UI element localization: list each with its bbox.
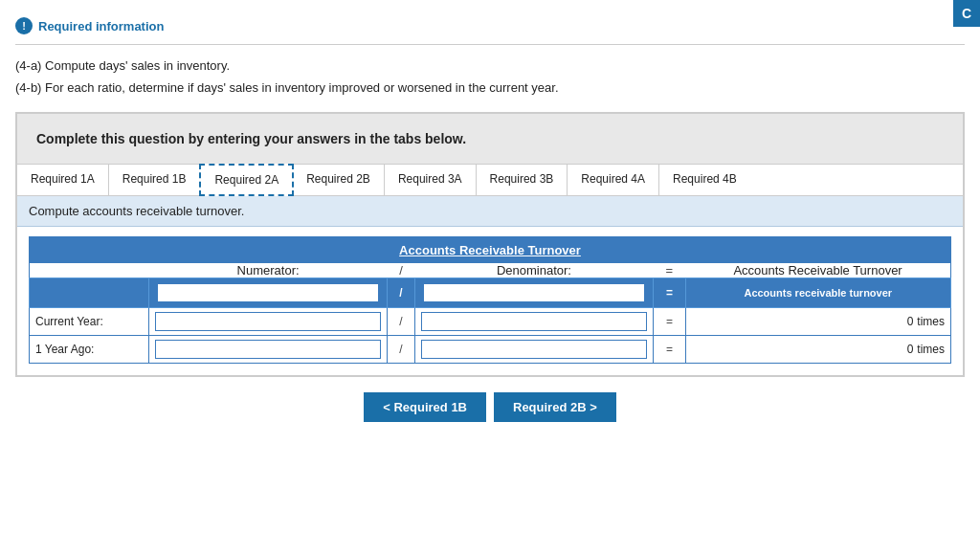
tabs-container: Required 1A Required 1B Required 2A Requ… xyxy=(16,165,964,376)
row-label-current: Current Year: xyxy=(30,307,149,335)
row-result-1ago: 0 times xyxy=(685,335,950,363)
th-denominator: Denominator: xyxy=(414,263,654,278)
table-header-labels-row: Numerator: / Denominator: = Accounts Rec… xyxy=(30,263,951,278)
header-denominator-input[interactable] xyxy=(423,283,646,302)
th2-empty xyxy=(30,278,149,307)
th2-equals: = xyxy=(654,278,685,307)
row-denominator-1ago xyxy=(414,335,654,363)
current-year-numerator[interactable] xyxy=(155,312,382,331)
1ago-unit: times xyxy=(917,343,945,356)
row-numerator-current xyxy=(148,307,388,335)
tabs-row: Required 1A Required 1B Required 2A Requ… xyxy=(17,165,963,196)
tab-required-1b[interactable]: Required 1B xyxy=(109,165,201,195)
th-slash: / xyxy=(388,263,414,278)
header-numerator-input[interactable] xyxy=(157,283,380,302)
row-denominator-current xyxy=(414,307,654,335)
tab-required-4a[interactable]: Required 4A xyxy=(568,165,659,195)
instructions: (4-a) Compute days' sales in inventory. … xyxy=(15,56,965,99)
top-bar-label: C xyxy=(953,0,980,27)
th-equals: = xyxy=(654,263,685,278)
row-numerator-1ago xyxy=(148,335,388,363)
prev-button[interactable]: < Required 1B xyxy=(364,392,486,422)
th2-slash: / xyxy=(388,278,414,307)
th2-num-input xyxy=(148,278,388,307)
th-empty xyxy=(30,263,149,278)
table-row: Current Year: / = 0 xyxy=(30,307,951,335)
tab-required-3a[interactable]: Required 3A xyxy=(385,165,477,195)
1ago-result: 0 xyxy=(884,343,913,356)
current-year-denominator[interactable] xyxy=(421,312,648,331)
prev-button-label: < Required 1B xyxy=(383,400,467,414)
table-section: Accounts Receivable Turnover Numerator: … xyxy=(17,227,963,375)
current-year-result: 0 xyxy=(884,315,913,328)
row-equals-1ago: = xyxy=(654,335,685,363)
complete-box-text: Complete this question by entering your … xyxy=(36,131,466,146)
tab-required-2a[interactable]: Required 2A xyxy=(199,164,294,196)
row-result-current: 0 times xyxy=(685,307,950,335)
tab-required-4b[interactable]: Required 4B xyxy=(659,165,750,195)
row-slash-current: / xyxy=(388,307,414,335)
info-icon: ! xyxy=(15,17,33,34)
tab-required-3b[interactable]: Required 3B xyxy=(477,165,568,195)
tab-required-2b[interactable]: Required 2B xyxy=(293,165,385,195)
current-year-unit: times xyxy=(917,315,945,328)
divider xyxy=(15,44,965,45)
instruction-line2: (4-b) For each ratio, determine if days'… xyxy=(15,78,965,99)
row-slash-1ago: / xyxy=(388,335,414,363)
next-button[interactable]: Required 2B > xyxy=(494,392,616,422)
question-box: Complete this question by entering your … xyxy=(15,112,965,377)
table-title: Accounts Receivable Turnover xyxy=(30,236,951,263)
nav-buttons: < Required 1B Required 2B > xyxy=(15,392,965,422)
tab-subtitle: Compute accounts receivable turnover. xyxy=(17,196,963,227)
table-header-title-row: Accounts Receivable Turnover xyxy=(30,236,951,263)
row-equals-current: = xyxy=(654,307,685,335)
complete-box: Complete this question by entering your … xyxy=(16,113,964,165)
required-info-banner: ! Required information xyxy=(15,17,965,34)
table-header-row2: / = Accounts receivable turnover xyxy=(30,278,951,307)
art-table: Accounts Receivable Turnover Numerator: … xyxy=(29,236,951,364)
instruction-line1: (4-a) Compute days' sales in inventory. xyxy=(15,56,965,77)
th2-denom-input xyxy=(414,278,654,307)
required-info-text: Required information xyxy=(38,19,164,33)
tab-required-1a[interactable]: Required 1A xyxy=(17,165,109,195)
th2-result: Accounts receivable turnover xyxy=(685,278,950,307)
table-row: 1 Year Ago: / = 0 xyxy=(30,335,951,363)
top-bar-text: C xyxy=(962,6,971,21)
next-button-label: Required 2B > xyxy=(513,400,597,414)
th-result: Accounts Receivable Turnover xyxy=(685,263,950,278)
row-label-1ago: 1 Year Ago: xyxy=(30,335,149,363)
th-numerator: Numerator: xyxy=(148,263,388,278)
1ago-denominator[interactable] xyxy=(421,340,648,359)
1ago-numerator[interactable] xyxy=(155,340,382,359)
